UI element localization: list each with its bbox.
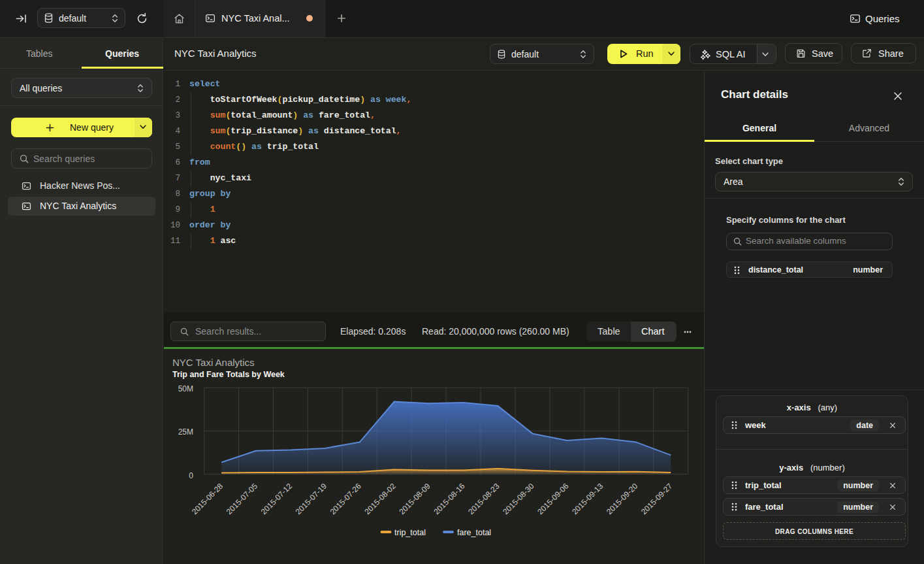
svg-text:2015-07-26: 2015-07-26: [328, 481, 364, 516]
svg-text:25M: 25M: [178, 427, 193, 437]
svg-text:2015-06-28: 2015-06-28: [190, 481, 225, 516]
svg-text:50M: 50M: [178, 384, 193, 393]
svg-text:2015-09-20: 2015-09-20: [605, 481, 640, 516]
svg-text:fare_total: fare_total: [457, 528, 491, 537]
svg-text:2015-08-23: 2015-08-23: [466, 481, 502, 516]
svg-text:2015-08-16: 2015-08-16: [432, 481, 467, 516]
svg-text:2015-09-06: 2015-09-06: [535, 481, 571, 516]
svg-text:2015-07-12: 2015-07-12: [259, 481, 295, 516]
svg-text:2015-09-27: 2015-09-27: [639, 481, 675, 516]
svg-text:0: 0: [189, 471, 193, 480]
svg-text:2015-08-02: 2015-08-02: [363, 481, 398, 516]
svg-text:2015-08-30: 2015-08-30: [501, 481, 536, 516]
svg-text:2015-09-13: 2015-09-13: [570, 481, 605, 516]
svg-text:2015-08-09: 2015-08-09: [397, 481, 432, 516]
svg-text:trip_total: trip_total: [394, 528, 426, 537]
svg-text:2015-07-05: 2015-07-05: [225, 481, 260, 516]
svg-text:2015-07-19: 2015-07-19: [294, 481, 329, 516]
